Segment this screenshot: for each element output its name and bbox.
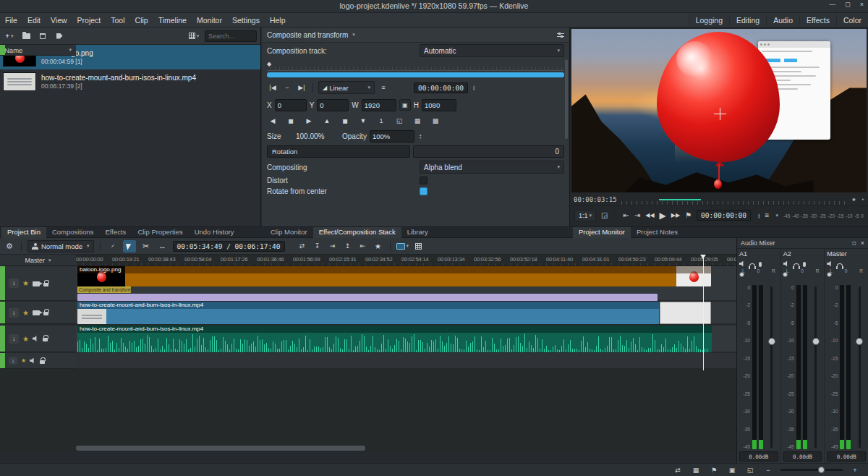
width-input[interactable] [362, 99, 396, 111]
tab-project-bin[interactable]: Project Bin [1, 227, 46, 239]
slip-tool-button[interactable]: − [106, 240, 119, 252]
timeline-horizontal-scrollbar[interactable] [76, 446, 365, 451]
workspace-button[interactable]: Audio [766, 14, 799, 26]
grid-overlay-button[interactable]: ▦ [412, 115, 423, 127]
track-a2[interactable] [76, 353, 736, 369]
extract-zone-button[interactable]: ↥ [342, 240, 354, 252]
grid-button[interactable] [412, 240, 424, 252]
show-audio-thumbnails-button[interactable]: ▦ [690, 464, 702, 476]
link-size-button[interactable]: ▣ [399, 99, 411, 111]
close-panel-button[interactable]: × [861, 239, 864, 247]
volume-knob[interactable] [856, 338, 863, 345]
db-value-box[interactable]: 0.00dB [827, 451, 866, 462]
overwrite-zone-button[interactable]: ⇥ [327, 240, 339, 252]
db-value-box[interactable]: 0.00dB [783, 451, 822, 462]
tab-project-monitor[interactable]: Project Monitor [573, 227, 631, 239]
show-video-thumbnails-button[interactable]: ⇄ [672, 464, 684, 476]
minimize-button[interactable]: — [829, 1, 835, 8]
track-target-button[interactable]: ↓ [9, 279, 19, 288]
track-header-v1[interactable]: ↓ ★ [0, 302, 76, 324]
track-effects-button[interactable]: ★ [21, 357, 26, 364]
next-keyframe-button[interactable]: ▶| [296, 82, 307, 93]
rotation-slider[interactable]: Rotation [267, 145, 410, 158]
fit-to-frame-button[interactable]: ◱ [393, 115, 405, 127]
mute-button[interactable] [783, 260, 790, 268]
lock-track-button[interactable] [43, 334, 48, 343]
track-a1[interactable]: how-to-create-mount-and-burn-isos-in-lin… [76, 326, 736, 352]
fast-forward-button[interactable]: ▶▶ [671, 212, 680, 218]
balance-knob[interactable] [827, 272, 832, 277]
rotation-value-box[interactable]: 0 [413, 145, 564, 158]
clip-audio-a1[interactable]: how-to-create-mount-and-burn-isos-in-lin… [77, 326, 712, 352]
workspace-button[interactable]: Color [836, 14, 868, 26]
align-bottom-button[interactable]: ▼ [357, 115, 369, 127]
monitor-seek-ruler[interactable] [621, 199, 848, 205]
safe-zones-button[interactable]: ▩ [430, 115, 441, 127]
tab-compositions[interactable]: Compositions [46, 227, 100, 239]
height-input[interactable] [422, 99, 456, 111]
x-input[interactable] [275, 99, 307, 111]
tab-effect-composition-stack[interactable]: Effect/Composition Stack [313, 227, 401, 239]
zoom-preset-select[interactable]: 1:1 ▾ [574, 210, 596, 221]
composition-bar[interactable] [77, 294, 658, 301]
menu-item[interactable]: Help [265, 14, 291, 26]
menu-item[interactable]: View [46, 14, 72, 26]
volume-slider[interactable] [853, 285, 866, 449]
chevron-down-icon[interactable]: ▾ [861, 197, 864, 203]
remove-keyframe-button[interactable]: − [281, 82, 293, 93]
bin-item-video[interactable]: how-to-create-mount-and-burn-isos-in-lin… [0, 69, 260, 94]
align-right-button[interactable]: ▶ [303, 115, 315, 127]
transition-label[interactable]: Composite and transform [77, 286, 131, 293]
chevron-down-icon[interactable]: ▾ [775, 213, 778, 218]
balance-knob[interactable] [783, 272, 788, 277]
preview-render-button[interactable]: ▾ [396, 240, 409, 252]
effect-options-icon[interactable] [557, 32, 564, 38]
lock-track-button[interactable] [40, 357, 45, 365]
y-input[interactable] [317, 99, 349, 111]
mix-clips-button[interactable]: ⇄ [297, 240, 308, 252]
effect-header[interactable]: Composite and transform ▾ [262, 27, 569, 43]
name-column-header[interactable]: Name [4, 46, 22, 54]
keyframe-icon[interactable]: ◆ [267, 61, 271, 67]
track-effects-button[interactable]: ★ [22, 309, 29, 317]
workspace-button[interactable]: Logging [689, 14, 729, 26]
workspace-button[interactable]: Effects [799, 14, 836, 26]
timeline-settings-button[interactable]: ⚙ [4, 240, 15, 252]
distort-checkbox[interactable] [420, 177, 427, 184]
close-button[interactable]: × [860, 1, 864, 8]
play-button[interactable]: ▶ [660, 211, 666, 221]
mute-button[interactable] [739, 260, 746, 268]
keyframe-zoombar[interactable] [267, 72, 564, 77]
solo-button[interactable] [749, 260, 755, 268]
keyframe-position-spinbox[interactable]: 00:00:00:00 [414, 82, 468, 93]
center-vertical-button[interactable]: ◼ [339, 115, 351, 127]
delete-button[interactable] [37, 30, 48, 42]
razor-tool-button[interactable]: ✂ [140, 240, 153, 252]
volume-knob[interactable] [812, 338, 820, 345]
opacity-input[interactable] [370, 130, 414, 143]
spinner-arrows-icon[interactable]: ▴▾ [420, 133, 422, 139]
zoom-out-button[interactable]: − [762, 464, 774, 476]
select-tool-button[interactable] [123, 240, 136, 252]
align-left-button[interactable]: ◀ [267, 115, 278, 127]
center-horizontal-button[interactable]: ◼ [285, 115, 297, 127]
float-panel-button[interactable]: ◻ [852, 240, 856, 246]
menu-item[interactable]: Project [72, 14, 106, 26]
menu-item[interactable]: Settings [227, 14, 265, 26]
track-effects-button[interactable]: ★ [22, 335, 29, 343]
menu-item[interactable]: Edit [22, 14, 46, 26]
create-folder-button[interactable] [20, 30, 32, 42]
keyframe-options-button[interactable]: ≡ [378, 82, 389, 93]
zoom-slider[interactable] [780, 469, 843, 471]
tab-clip-monitor[interactable]: Clip Monitor [265, 227, 313, 239]
mute-button[interactable] [827, 260, 833, 268]
rotate-from-center-checkbox[interactable] [420, 187, 427, 195]
original-size-button[interactable]: 1 [375, 115, 387, 127]
track-effects-button[interactable]: ★ [22, 279, 29, 287]
search-input[interactable] [205, 30, 257, 42]
record-button[interactable] [759, 260, 762, 268]
zone-end-button[interactable]: ⇥ [634, 211, 640, 219]
playhead[interactable] [703, 255, 704, 370]
volume-slider[interactable] [809, 285, 822, 449]
align-top-button[interactable]: ▲ [321, 115, 333, 127]
